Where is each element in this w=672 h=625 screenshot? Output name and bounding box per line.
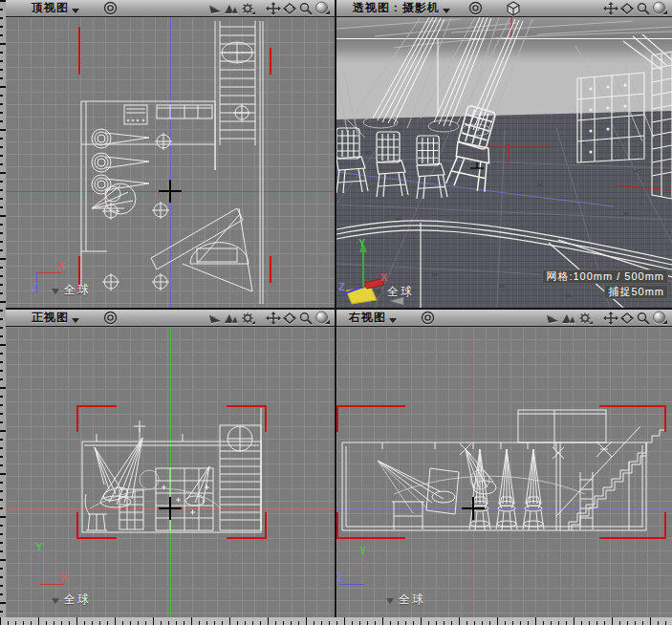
gizmo-y-axis (363, 558, 364, 585)
viewport-title[interactable]: 顶视图 (32, 0, 69, 16)
gizmo-x-axis (36, 272, 61, 273)
camera-crop-bracket (227, 512, 267, 539)
viewport-toggle-icon[interactable] (314, 311, 330, 325)
cursor-crosshair (169, 497, 171, 520)
target-icon[interactable] (467, 1, 484, 15)
right-view-wireframe (336, 327, 672, 617)
viewport-toggle-icon[interactable] (314, 1, 330, 15)
zoom-icon[interactable] (297, 311, 314, 325)
vertical-ruler (0, 0, 6, 617)
rotate-icon[interactable] (281, 1, 297, 15)
pan-icon[interactable] (602, 1, 618, 15)
top-view-wireframe (6, 17, 335, 308)
gizmo-y-axis (39, 553, 40, 585)
render-arrow-icon[interactable] (544, 311, 560, 325)
target-icon[interactable] (420, 311, 436, 325)
render-safe-mark (270, 256, 271, 283)
gizmo-y-label: Y (359, 545, 366, 556)
rotate-icon[interactable] (618, 1, 635, 15)
top-view-titlebar: 顶视图 (6, 0, 335, 17)
camera-crop-bracket (76, 512, 117, 539)
world-coords-label: 全球 (375, 284, 414, 300)
viewport-toggle-icon[interactable] (651, 1, 667, 15)
horizontal-ruler (0, 617, 672, 625)
world-coords-label: 全球 (52, 282, 91, 298)
camera-crop-bracket (599, 405, 666, 432)
viewport-title[interactable]: 正视图 (32, 310, 69, 326)
zoom-icon[interactable] (635, 1, 651, 15)
triangle-icon (52, 598, 59, 604)
viewport-divider-horizontal[interactable] (0, 308, 672, 310)
title-menu-caret[interactable] (72, 318, 79, 323)
camera-crop-bracket (76, 405, 117, 432)
grid-size-info: 网格:100mm / 500mm (542, 269, 668, 284)
gizmo-x-axis (39, 584, 64, 585)
gizmo-y-label: Y (35, 541, 42, 552)
camera-crop-bracket (336, 512, 405, 539)
render-arrow-icon[interactable] (206, 311, 223, 325)
world-coords-label: 全球 (52, 592, 91, 608)
pan-icon[interactable] (265, 311, 281, 325)
zoom-icon[interactable] (635, 311, 651, 325)
top-view-canvas[interactable] (6, 17, 335, 308)
render-safe-mark (270, 48, 271, 75)
viewport-perspective-camera[interactable]: 网格:100mm / 500mm 捕捉50mm Y X Z 全球 透视图：摄影机 (336, 0, 672, 308)
render-mountains-icon[interactable] (223, 311, 239, 325)
cursor-crosshair (169, 180, 171, 203)
target-icon[interactable] (102, 1, 119, 15)
front-view-canvas[interactable] (6, 327, 335, 617)
zoom-icon[interactable] (297, 1, 314, 15)
perspective-titlebar: 透视图：摄影机 (336, 0, 672, 17)
render-gear-icon[interactable] (576, 311, 593, 325)
render-mountains-icon[interactable] (223, 1, 239, 15)
front-view-titlebar: 正视图 (6, 310, 335, 327)
render-gear-icon[interactable] (239, 1, 255, 15)
cube-icon[interactable] (505, 1, 521, 15)
gizmo-x-label: X (380, 271, 387, 283)
render-mountains-icon[interactable] (560, 311, 576, 325)
perspective-wireframe (336, 17, 672, 308)
title-menu-caret[interactable] (389, 318, 397, 323)
pan-icon[interactable] (602, 311, 618, 325)
front-view-wireframe (6, 327, 335, 617)
render-safe-mark (78, 27, 80, 75)
rotate-icon[interactable] (618, 311, 635, 325)
gizmo-z-label: Z (31, 281, 37, 292)
gizmo-z-label: Z (338, 281, 345, 292)
title-menu-caret[interactable] (72, 9, 79, 13)
target-icon[interactable] (102, 311, 119, 325)
camera-crop-bracket (227, 405, 267, 432)
gizmo-x-label: X (57, 260, 64, 271)
rotate-icon[interactable] (281, 311, 297, 325)
triangle-icon (52, 289, 59, 294)
viewport-right-view[interactable]: Y Z 全球 右视图 (336, 310, 672, 617)
right-view-canvas[interactable] (336, 327, 672, 617)
gizmo-z-axis (339, 584, 364, 585)
triangle-icon (386, 598, 394, 604)
snap-info: 捕捉50mm (604, 285, 668, 299)
render-gear-icon[interactable] (239, 311, 255, 325)
viewport-top-view[interactable]: X Z 全球 顶视图 (6, 0, 335, 308)
triangle-icon (375, 291, 382, 296)
gizmo-z-label: Z (336, 571, 343, 583)
world-coords-label: 全球 (386, 592, 425, 608)
viewport-toggle-icon[interactable] (651, 311, 667, 325)
gizmo-y-label: Y (358, 237, 365, 248)
render-arrow-icon[interactable] (206, 1, 223, 15)
title-menu-caret[interactable] (443, 9, 450, 13)
pan-icon[interactable] (265, 1, 281, 15)
gizmo-x-label: X (60, 571, 67, 583)
camera-crop-bracket (599, 512, 666, 539)
application-window: X Z 全球 顶视图 (0, 0, 672, 625)
right-view-titlebar: 右视图 (336, 310, 672, 327)
cursor-crosshair (472, 497, 474, 520)
viewport-title[interactable]: 右视图 (349, 310, 386, 326)
viewport-title[interactable]: 透视图：摄影机 (353, 0, 440, 16)
camera-crop-bracket (336, 405, 405, 432)
viewport-front-view[interactable]: Y X 全球 正视图 (6, 310, 335, 617)
perspective-canvas[interactable]: 网格:100mm / 500mm 捕捉50mm (336, 17, 672, 308)
